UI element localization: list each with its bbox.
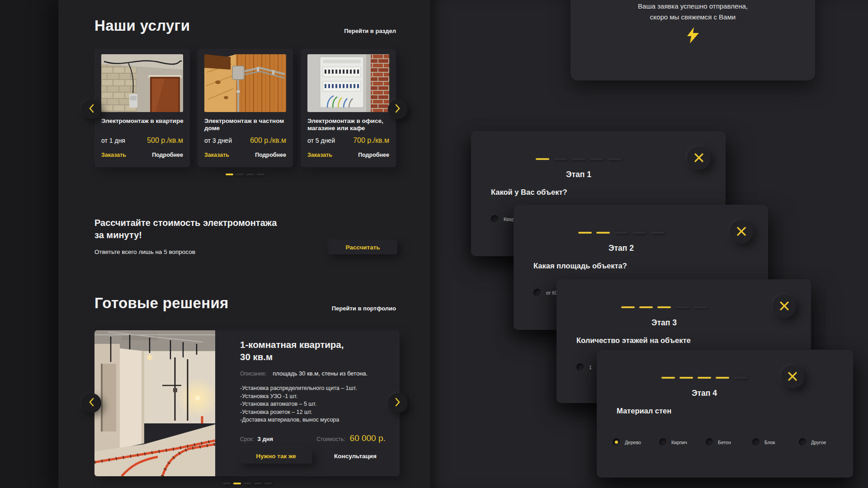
main-content: Наши услуги Перейти в раздел [58,0,430,488]
pagination-dash[interactable] [244,483,251,484]
order-button[interactable]: Заказать [204,152,229,158]
quiz-question: Материал стен [617,407,671,415]
quiz-option[interactable]: Другое [799,438,845,446]
quiz-option[interactable]: Бетон [706,438,752,446]
close-button[interactable] [687,146,711,170]
step-title: Этап 2 [514,244,729,253]
portfolio-section-link[interactable]: Перейти в портфолио [332,305,396,312]
services-header: Наши услуги Перейти в раздел [94,17,396,34]
services-pagination [226,174,264,175]
service-duration: от 5 дней [307,137,335,144]
step-title: Этап 4 [597,389,812,398]
service-card-title: Электромонтаж в частном доме [204,117,288,132]
option-label: Другое [811,440,826,445]
service-photo-apartment [101,54,183,112]
quiz-options-row: Дерево Кирпич Бетон Блок Другое [613,438,845,446]
step-title: Этап 3 [557,318,772,328]
calculator-subtext: Ответьте всего лишь на 5 вопросов [94,249,195,255]
consultation-button[interactable]: Консультация [334,453,377,460]
calculate-button[interactable]: Рассчитать [328,240,397,254]
need-same-button[interactable]: Нужно так же [240,449,312,464]
list-item: -Установка розеток – 12 шт. [240,408,357,417]
chevron-left-icon [89,104,94,115]
order-button[interactable]: Заказать [307,152,332,158]
close-button[interactable] [730,220,753,244]
page: Наши услуги Перейти в раздел [0,0,868,488]
pagination-dash[interactable] [236,174,244,175]
progress-indicator [597,377,812,379]
progress-indicator [514,232,729,234]
service-photo-wooden-house [204,54,286,112]
lightning-icon [571,27,815,45]
chevron-left-icon [89,398,94,408]
list-item: -Установка УЗО -1 шт. [240,393,357,401]
quiz-option[interactable]: Кирпич [659,438,706,446]
pagination-dash[interactable] [226,174,233,175]
quiz-option[interactable]: 1 [576,363,592,371]
close-icon [788,371,797,383]
quiz-question: Какой у Вас объект? [491,188,567,197]
pagination-dash[interactable] [257,174,264,175]
option-label: Дерево [625,440,641,445]
pagination-dash[interactable] [254,483,262,484]
option-label: 1 [589,365,592,370]
radio-icon[interactable] [706,438,713,446]
radio-icon[interactable] [533,289,541,296]
services-section-link[interactable]: Перейти в раздел [344,28,396,34]
close-button[interactable] [781,365,804,389]
portfolio-item-title: 1-комнатная квартира, 30 кв.м [240,338,344,363]
radio-icon[interactable] [576,363,584,371]
pagination-dash[interactable] [246,174,254,175]
portfolio-header: Готовые решения Перейти в портфолио [94,295,396,312]
cost-value: 60 000 р. [350,433,386,443]
services-prev-button[interactable] [81,99,101,119]
option-label: Блок [764,440,775,445]
service-price: 600 р./кв.м [250,136,286,145]
term-value: 3 дня [258,436,274,442]
chevron-right-icon [395,398,401,408]
service-card: Электромонтаж в офисе, магазине или кафе… [301,49,396,167]
service-card: Электромонтаж в частном доме от 3 дней 6… [198,49,293,167]
radio-icon[interactable] [613,438,620,446]
description-value: площадь 30 кв.м, стены из бетона. [273,370,368,377]
details-button[interactable]: Подробнее [255,152,286,158]
pagination-dash[interactable] [264,483,272,484]
pagination-dash[interactable] [233,483,241,484]
portfolio-description: Описание: площадь 30 кв.м, стены из бето… [240,370,368,377]
term-label: Срок: [240,436,254,442]
details-button[interactable]: Подробнее [152,152,183,158]
service-duration: от 3 дней [204,137,232,144]
list-item: -Установка распределительного щита – 1шт… [240,385,357,393]
option-label: Кирпич [671,440,687,445]
progress-indicator [471,158,686,160]
quiz-option[interactable]: Блок [752,438,799,446]
radio-icon[interactable] [799,438,807,446]
radio-icon[interactable] [491,215,499,223]
quiz-option[interactable]: Дерево [613,438,659,446]
service-duration: от 1 дня [101,137,125,144]
services-next-button[interactable] [388,99,408,119]
service-card-info: от 3 дней 600 р./кв.м [204,136,286,145]
description-label: Описание: [240,371,267,377]
toast-text: Ваша заявка успешно отправлена, [571,2,815,10]
portfolio-prev-button[interactable] [81,393,101,413]
details-button[interactable]: Подробнее [358,152,389,158]
services-carousel: Электромонтаж в квартире от 1 дня 500 р.… [94,49,396,167]
cost-label: Стоимость: [316,436,345,442]
portfolio-title: Готовые решения [94,295,229,312]
services-title: Наши услуги [94,17,190,34]
calculator-heading: Рассчитайте стоимость электромонтажа за … [94,217,277,241]
service-price: 700 р./кв.м [353,136,389,145]
portfolio-next-button[interactable] [388,393,408,413]
close-button[interactable] [773,295,796,318]
quiz-panel: Ваша заявка успешно отправлена, скоро мы… [430,0,868,488]
service-photo-breaker-panel [307,54,389,112]
step-title: Этап 1 [471,170,686,179]
radio-icon[interactable] [752,438,760,446]
quiz-question: Какая площадь объекта? [533,262,627,270]
pagination-dash[interactable] [223,483,231,484]
radio-icon[interactable] [659,438,667,446]
service-card: Электромонтаж в квартире от 1 дня 500 р.… [94,49,190,167]
progress-indicator [557,306,772,308]
order-button[interactable]: Заказать [101,152,126,158]
